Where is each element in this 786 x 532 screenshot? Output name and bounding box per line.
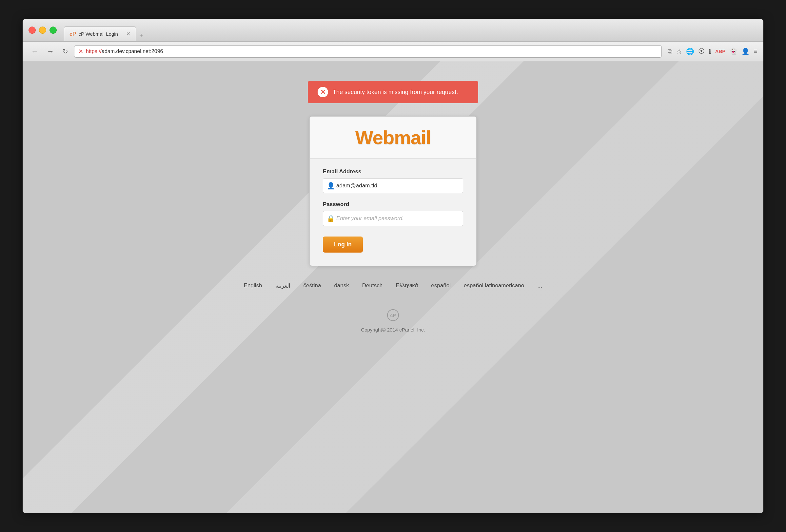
cpanel-logo: cP: [387, 309, 399, 324]
login-button[interactable]: Log in: [323, 237, 363, 252]
active-tab[interactable]: cP cP Webmail Login ✕: [64, 26, 136, 41]
menu-icon[interactable]: ≡: [754, 48, 758, 55]
lang-czech[interactable]: čeština: [303, 282, 321, 289]
maximize-button[interactable]: [49, 27, 57, 34]
error-icon: ✕: [318, 87, 328, 97]
translate-icon[interactable]: 🌐: [686, 48, 694, 55]
toolbar: ← → ↻ ✕ https://adam.dev.cpanel.net:2096…: [23, 42, 763, 61]
page-content: ✕ The security token is missing from you…: [23, 61, 763, 513]
page-inner: ✕ The security token is missing from you…: [23, 61, 763, 333]
forward-button[interactable]: →: [44, 46, 57, 57]
lang-german[interactable]: Deutsch: [362, 282, 383, 289]
abp-icon[interactable]: ABP: [715, 48, 726, 54]
lang-spanish-latin[interactable]: español latinoamericano: [464, 282, 524, 289]
address-text: https://adam.dev.cpanel.net:2096: [86, 48, 163, 54]
address-bar[interactable]: ✕ https://adam.dev.cpanel.net:2096: [74, 45, 662, 58]
lang-spanish[interactable]: español: [431, 282, 451, 289]
error-message: The security token is missing from your …: [333, 89, 458, 96]
more-languages-button[interactable]: ...: [537, 282, 542, 289]
lang-arabic[interactable]: العربية: [275, 282, 291, 289]
tab-close-icon[interactable]: ✕: [126, 31, 131, 37]
login-card: Webmail Email Address 👤 Password 🔒: [309, 116, 477, 266]
back-button[interactable]: ←: [28, 46, 41, 57]
password-input[interactable]: [323, 211, 463, 226]
login-body: Email Address 👤 Password 🔒 Log in: [310, 159, 476, 266]
bookmark-icon[interactable]: ☆: [676, 48, 682, 55]
lang-english[interactable]: English: [244, 282, 262, 289]
new-tab-button[interactable]: +: [136, 30, 146, 41]
ghost-icon[interactable]: 👻: [729, 48, 738, 55]
copyright-text: Copyright© 2014 cPanel, Inc.: [361, 327, 425, 333]
password-label: Password: [323, 201, 463, 208]
security-icon: ✕: [78, 48, 83, 55]
refresh-button[interactable]: ↻: [60, 46, 71, 57]
title-bar: cP cP Webmail Login ✕ +: [23, 19, 763, 42]
language-bar: English العربية čeština dansk Deutsch Ελ…: [244, 282, 542, 289]
minimize-button[interactable]: [39, 27, 46, 34]
browser-window: cP cP Webmail Login ✕ + ← → ↻ ✕ https://…: [23, 19, 763, 513]
user-input-icon: 👤: [327, 182, 335, 190]
traffic-lights: [28, 27, 57, 34]
lang-danish[interactable]: dansk: [334, 282, 349, 289]
user-icon[interactable]: 👤: [741, 48, 749, 55]
lang-greek[interactable]: Ελληνικά: [396, 282, 418, 289]
tab-title: cP Webmail Login: [79, 31, 118, 37]
error-x-icon: ✕: [320, 88, 326, 96]
password-input-wrapper: 🔒: [323, 211, 463, 226]
email-label: Email Address: [323, 168, 463, 175]
email-input-wrapper: 👤: [323, 178, 463, 193]
tab-bar: cP cP Webmail Login ✕ +: [64, 19, 758, 41]
webmail-title: Webmail: [310, 126, 476, 148]
tab-favicon: cP: [69, 31, 76, 37]
lock-input-icon: 🔒: [327, 215, 335, 222]
error-banner: ✕ The security token is missing from you…: [308, 81, 478, 103]
email-input[interactable]: [323, 178, 463, 193]
copy-icon[interactable]: ⧉: [668, 48, 672, 55]
svg-text:cP: cP: [390, 313, 396, 318]
password-form-group: Password 🔒: [323, 201, 463, 226]
close-button[interactable]: [28, 27, 36, 34]
info-icon[interactable]: ℹ: [709, 48, 711, 55]
camera-icon[interactable]: ⦿: [698, 48, 705, 55]
page-footer: cP Copyright© 2014 cPanel, Inc.: [361, 309, 425, 333]
email-form-group: Email Address 👤: [323, 168, 463, 193]
login-header: Webmail: [310, 117, 476, 159]
toolbar-icons: ⧉ ☆ 🌐 ⦿ ℹ ABP 👻 👤 ≡: [668, 48, 758, 55]
